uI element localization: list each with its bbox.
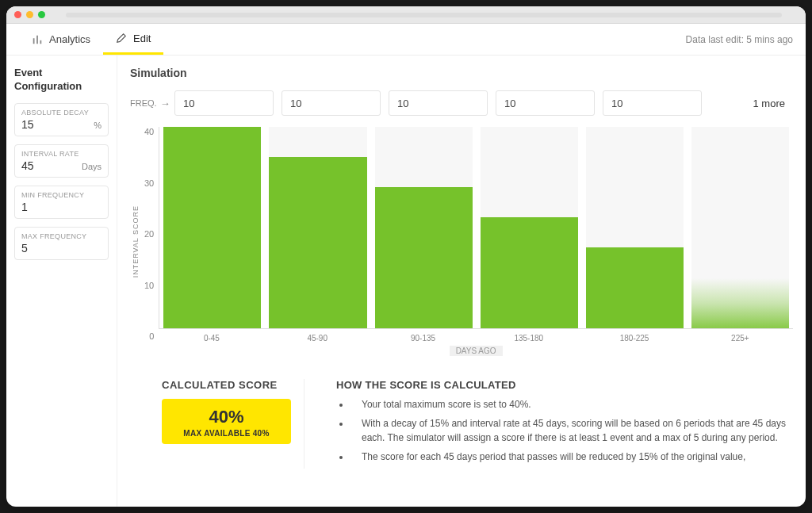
absolute-decay-value: 15 xyxy=(21,118,34,131)
x-axis-ticks: 0-4545-9090-135135-180180-225225+ xyxy=(159,329,793,343)
y-tick: 40 xyxy=(144,127,154,136)
bar xyxy=(691,278,789,329)
x-tick: 45-90 xyxy=(265,334,370,343)
bar-column xyxy=(691,127,789,328)
interval-rate-value: 45 xyxy=(21,159,34,172)
how-score-list: Your total maximum score is set to 40%.W… xyxy=(336,397,793,464)
tab-edit-label: Edit xyxy=(133,33,151,44)
x-axis-label: DAYS AGO xyxy=(450,346,503,356)
simulation-title: Simulation xyxy=(130,67,793,79)
last-edit-status: Data last edit: 5 mins ago xyxy=(686,34,793,45)
y-tick: 30 xyxy=(144,178,154,188)
interval-rate-label: INTERVAL RATE xyxy=(21,150,102,158)
y-tick: 20 xyxy=(144,229,154,239)
bars-area xyxy=(159,127,793,329)
tab-analytics-label: Analytics xyxy=(49,33,90,45)
x-tick: 180-225 xyxy=(581,334,687,343)
freq-input-1[interactable] xyxy=(282,90,381,116)
footer-panel: CALCULATED SCORE 40% MAX AVAILABLE 40% H… xyxy=(130,371,793,469)
titlebar-placeholder xyxy=(66,13,782,17)
more-link[interactable]: 1 more xyxy=(753,98,785,109)
bar xyxy=(481,217,578,328)
app-window: Analytics Edit Data last edit: 5 mins ag… xyxy=(6,6,806,507)
freq-input-2[interactable] xyxy=(389,90,488,116)
x-tick: 225+ xyxy=(688,334,793,343)
interval-rate-card[interactable]: INTERVAL RATE 45 Days xyxy=(14,144,109,178)
svg-rect-0 xyxy=(33,38,35,44)
calculated-score-subtext: MAX AVAILABLE 40% xyxy=(162,429,291,438)
tab-analytics[interactable]: Analytics xyxy=(19,24,103,55)
absolute-decay-label: ABSOLUTE DECAY xyxy=(21,109,102,117)
freq-label-text: FREQ. xyxy=(130,98,157,108)
x-tick: 135-180 xyxy=(476,334,581,343)
pencil-icon xyxy=(116,33,127,44)
bar-column xyxy=(269,127,366,328)
svg-rect-1 xyxy=(36,35,38,44)
how-score-bullet: With a decay of 15% and interval rate at… xyxy=(350,416,793,445)
main-panel: Simulation FREQ. → 1 more INTERVAL SCORE… xyxy=(117,56,806,507)
how-score-bullet: Your total maximum score is set to 40%. xyxy=(350,397,793,412)
calculated-score-column: CALCULATED SCORE 40% MAX AVAILABLE 40% xyxy=(130,379,304,469)
max-frequency-label: MAX FREQUENCY xyxy=(21,232,102,240)
absolute-decay-unit: % xyxy=(94,121,102,130)
y-tick: 10 xyxy=(144,281,154,290)
sidebar: Event Configuration ABSOLUTE DECAY 15 % … xyxy=(6,56,117,507)
y-axis-ticks: 40 30 20 10 0 xyxy=(141,127,159,357)
min-frequency-label: MIN FREQUENCY xyxy=(21,191,102,199)
sidebar-title: Event Configuration xyxy=(14,67,109,94)
bar-column xyxy=(481,127,578,328)
tab-edit[interactable]: Edit xyxy=(103,24,163,55)
freq-input-3[interactable] xyxy=(496,90,595,116)
freq-input-0[interactable] xyxy=(174,90,274,116)
min-frequency-card[interactable]: MIN FREQUENCY 1 xyxy=(14,186,109,219)
bar xyxy=(163,127,261,328)
max-frequency-card[interactable]: MAX FREQUENCY 5 xyxy=(14,227,109,260)
bar xyxy=(375,187,473,328)
x-tick: 0-45 xyxy=(159,334,264,343)
y-tick: 0 xyxy=(149,331,154,341)
bar-column xyxy=(586,127,684,328)
frequency-row: FREQ. → 1 more xyxy=(130,90,793,116)
freq-label: FREQ. → xyxy=(130,98,167,109)
bar-column xyxy=(375,127,473,328)
how-score-column: HOW THE SCORE IS CALCULATED Your total m… xyxy=(320,379,793,469)
minimize-icon[interactable] xyxy=(26,11,33,18)
x-tick: 90-135 xyxy=(370,334,476,343)
svg-rect-2 xyxy=(40,40,42,43)
bar xyxy=(586,247,684,328)
max-frequency-value: 5 xyxy=(21,242,28,255)
maximize-icon[interactable] xyxy=(38,11,45,18)
interval-score-chart: INTERVAL SCORE 40 30 20 10 0 0-4545-9090… xyxy=(130,127,793,357)
interval-rate-unit: Days xyxy=(82,162,102,171)
freq-input-4[interactable] xyxy=(603,90,702,116)
tab-bar: Analytics Edit Data last edit: 5 mins ag… xyxy=(6,24,806,56)
absolute-decay-card[interactable]: ABSOLUTE DECAY 15 % xyxy=(14,103,109,136)
close-icon[interactable] xyxy=(14,11,21,18)
calculated-score-badge: 40% MAX AVAILABLE 40% xyxy=(162,399,291,444)
content-body: Event Configuration ABSOLUTE DECAY 15 % … xyxy=(6,56,806,507)
bars-icon xyxy=(32,34,43,45)
window-titlebar xyxy=(6,6,806,24)
how-score-title: HOW THE SCORE IS CALCULATED xyxy=(336,379,793,391)
arrow-right-icon: → xyxy=(160,98,170,109)
min-frequency-value: 1 xyxy=(21,201,28,213)
y-axis-label: INTERVAL SCORE xyxy=(130,205,141,278)
bar xyxy=(269,157,366,328)
calculated-score-percent: 40% xyxy=(162,407,291,427)
plot-area: 0-4545-9090-135135-180180-225225+ DAYS A… xyxy=(159,127,793,357)
calculated-score-title: CALCULATED SCORE xyxy=(162,379,291,391)
how-score-bullet: The score for each 45 days period that p… xyxy=(350,450,793,464)
bar-column xyxy=(163,127,261,328)
